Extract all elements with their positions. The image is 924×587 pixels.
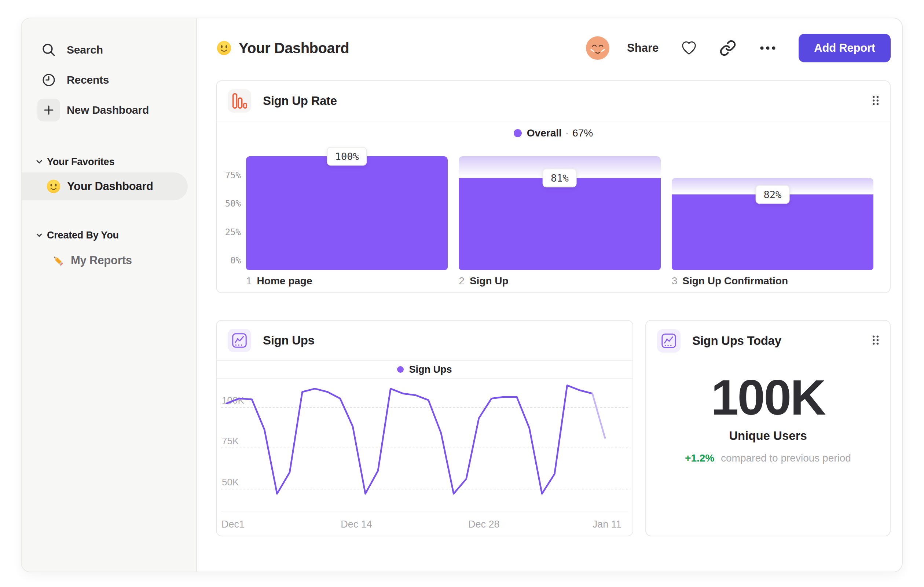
step-number: 2 bbox=[459, 275, 465, 287]
legend-series-label: Overall bbox=[527, 127, 562, 139]
sidebar: Search Recents New Dashboard Your Favori… bbox=[21, 18, 197, 572]
funnel-bar bbox=[246, 156, 448, 270]
sidebar-item-label: My Reports bbox=[71, 254, 132, 267]
chevron-down-icon bbox=[35, 230, 44, 240]
page-title: Your Dashboard bbox=[239, 40, 349, 56]
line-chart-icon bbox=[228, 329, 251, 352]
funnel-plot: 0%25%50%75%100%81%82% bbox=[246, 148, 873, 270]
legend-dot bbox=[397, 366, 404, 373]
add-report-button[interactable]: Add Report bbox=[799, 34, 891, 62]
sign-ups-today-card: Sign Ups Today 100K Unique Users +1.2% c… bbox=[645, 320, 891, 536]
drag-handle-icon[interactable] bbox=[871, 95, 879, 107]
funnel-step-label: 3Sign Up Confirmation bbox=[672, 275, 873, 287]
card-title: Sign Up Rate bbox=[263, 94, 337, 108]
legend-series-value: 67% bbox=[573, 127, 593, 139]
metric-value: 100K bbox=[646, 373, 890, 422]
sign-ups-line-series bbox=[221, 379, 629, 511]
sidebar-item-label: Your Dashboard bbox=[67, 180, 153, 193]
step-name: Home page bbox=[257, 275, 312, 287]
sidebar-item-label: Search bbox=[67, 44, 103, 56]
step-number: 3 bbox=[672, 275, 678, 287]
line-chart-icon bbox=[657, 329, 681, 352]
main-content: Your Dashboard Share bbox=[197, 18, 903, 572]
favorite-heart-icon[interactable] bbox=[681, 40, 697, 56]
step-number: 1 bbox=[246, 275, 252, 287]
section-label: Created By You bbox=[47, 230, 119, 241]
legend-dot bbox=[514, 129, 522, 137]
funnel-card-header: Sign Up Rate bbox=[217, 81, 890, 121]
y-axis-tick-label: 0% bbox=[219, 255, 241, 266]
funnel-bar-step[interactable]: 82% bbox=[672, 148, 873, 270]
line-x-axis: Dec1Dec 14Dec 28Jan 11 bbox=[221, 511, 628, 536]
bar-value-tooltip: 81% bbox=[543, 169, 577, 187]
funnel-bar bbox=[459, 178, 660, 270]
drag-handle-icon[interactable] bbox=[871, 335, 879, 347]
funnel-bars: 100%81%82% bbox=[246, 148, 873, 270]
delta-text: compared to previous period bbox=[721, 452, 851, 464]
y-axis-tick-label: 75% bbox=[219, 170, 241, 180]
bar-chart-icon bbox=[228, 89, 251, 112]
dashboard-header: Your Dashboard Share bbox=[216, 34, 891, 62]
sidebar-item-my-reports[interactable]: My Reports bbox=[21, 250, 196, 271]
sidebar-item-recents[interactable]: Recents bbox=[21, 69, 196, 91]
header-actions: Share Add Report bbox=[586, 34, 891, 62]
sign-up-rate-card: Sign Up Rate Overall·67% 0%25%50%75%100%… bbox=[216, 80, 891, 293]
delta-value: +1.2% bbox=[685, 452, 714, 464]
copy-link-icon[interactable] bbox=[719, 40, 736, 56]
sidebar-section-created-by-you[interactable]: Created By You bbox=[21, 230, 196, 241]
sidebar-item-search[interactable]: Search bbox=[21, 39, 196, 61]
funnel-bar bbox=[672, 194, 873, 270]
share-button[interactable]: Share bbox=[627, 41, 658, 55]
clock-icon bbox=[37, 69, 60, 91]
funnel-x-labels: 1Home page2Sign Up3Sign Up Confirmation bbox=[246, 275, 873, 287]
y-axis-tick-label: 25% bbox=[219, 227, 241, 237]
card-title: Sign Ups Today bbox=[692, 334, 781, 348]
x-axis-tick-label: Dec 28 bbox=[468, 519, 500, 530]
x-axis-tick-label: Dec 14 bbox=[341, 519, 372, 530]
app-window: Search Recents New Dashboard Your Favori… bbox=[21, 18, 903, 572]
metric-delta-row: +1.2% compared to previous period bbox=[646, 452, 890, 464]
smiley-emoji-icon bbox=[216, 40, 232, 56]
sidebar-item-new-dashboard[interactable]: New Dashboard bbox=[21, 99, 196, 121]
line-plot: 100K75K50K bbox=[221, 379, 628, 511]
funnel-bar-step[interactable]: 81% bbox=[459, 148, 660, 270]
legend-series-label: Sign Ups bbox=[409, 364, 452, 375]
metric-card-header: Sign Ups Today bbox=[646, 321, 890, 361]
step-name: Sign Up Confirmation bbox=[682, 275, 788, 287]
cards-row: Sign Ups Sign Ups 100K75K50K Dec1Dec 14D… bbox=[216, 320, 891, 536]
x-axis-tick-label: Dec1 bbox=[221, 519, 244, 530]
metric-label: Unique Users bbox=[646, 429, 890, 443]
sign-ups-card: Sign Ups Sign Ups 100K75K50K Dec1Dec 14D… bbox=[216, 320, 633, 536]
step-name: Sign Up bbox=[470, 275, 508, 287]
sidebar-item-your-dashboard[interactable]: Your Dashboard bbox=[21, 172, 188, 200]
sidebar-item-label: New Dashboard bbox=[67, 104, 149, 116]
pencil-emoji-icon bbox=[51, 253, 65, 268]
card-title: Sign Ups bbox=[263, 334, 315, 347]
line-card-header: Sign Ups bbox=[217, 321, 632, 361]
chevron-down-icon bbox=[35, 157, 44, 167]
more-options-icon[interactable] bbox=[758, 45, 777, 51]
bar-value-tooltip: 100% bbox=[327, 147, 367, 166]
plus-icon bbox=[37, 99, 60, 121]
line-legend[interactable]: Sign Ups bbox=[217, 361, 632, 379]
sidebar-item-label: Recents bbox=[67, 74, 109, 86]
legend-separator: · bbox=[565, 127, 569, 139]
bar-value-tooltip: 82% bbox=[755, 185, 789, 204]
funnel-step-label: 2Sign Up bbox=[459, 275, 660, 287]
section-label: Your Favorites bbox=[47, 156, 114, 168]
funnel-step-label: 1Home page bbox=[246, 275, 448, 287]
metric-body: 100K Unique Users +1.2% compared to prev… bbox=[646, 373, 890, 464]
sidebar-section-your-favorites[interactable]: Your Favorites bbox=[21, 156, 196, 167]
page: Search Recents New Dashboard Your Favori… bbox=[0, 0, 924, 587]
funnel-bar-step[interactable]: 100% bbox=[246, 148, 448, 270]
avatar[interactable] bbox=[586, 36, 609, 60]
search-icon bbox=[37, 38, 60, 61]
y-axis-tick-label: 50% bbox=[219, 198, 241, 209]
x-axis-tick-label: Jan 11 bbox=[592, 519, 622, 530]
smiley-emoji-icon bbox=[46, 179, 61, 194]
funnel-legend[interactable]: Overall·67% bbox=[217, 121, 890, 145]
